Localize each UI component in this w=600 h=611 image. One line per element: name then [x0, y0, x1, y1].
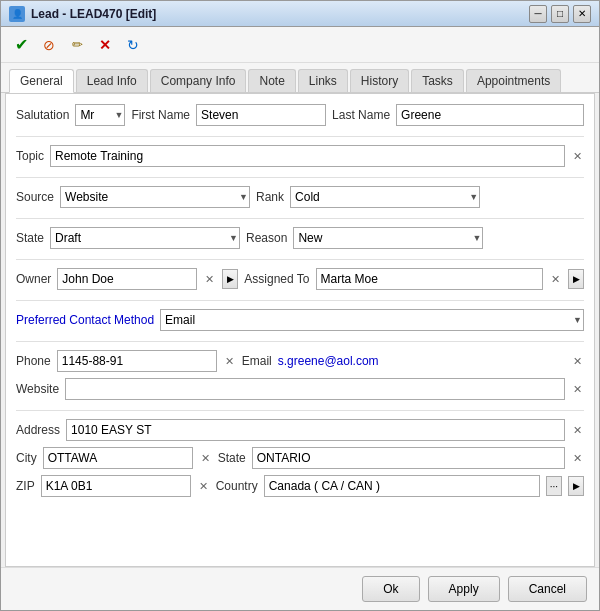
salutation-wrapper: Mr Ms Dr ▼	[75, 104, 125, 126]
country-nav-button[interactable]: ▶	[568, 476, 584, 496]
phone-row: Phone ✕ Email s.greene@aol.com ✕	[16, 350, 584, 372]
contact-method-wrapper: Email Phone ▼	[160, 309, 584, 331]
owner-label: Owner	[16, 272, 51, 286]
separator-1	[16, 136, 584, 137]
phone-input[interactable]	[57, 350, 217, 372]
reason-label: Reason	[246, 231, 287, 245]
zip-label: ZIP	[16, 479, 35, 493]
tab-links[interactable]: Links	[298, 69, 348, 92]
email-link[interactable]: s.greene@aol.com	[278, 354, 565, 368]
owner-input[interactable]	[57, 268, 197, 290]
salutation-label: Salutation	[16, 108, 69, 122]
rank-select[interactable]: Cold Hot Warm	[290, 186, 480, 208]
address-row: Address ✕	[16, 419, 584, 441]
salutation-select[interactable]: Mr Ms Dr	[75, 104, 125, 126]
state-wrapper: Draft Active ▼	[50, 227, 240, 249]
city-state-row: City ✕ State ✕	[16, 447, 584, 469]
city-label: City	[16, 451, 37, 465]
owner-section: Owner ✕ ▶ Assigned To ✕ ▶	[16, 268, 584, 290]
delete-button[interactable]: ✕	[93, 33, 117, 57]
contact-method-section: Preferred Contact Method Email Phone ▼	[16, 309, 584, 331]
title-bar-controls: ─ □ ✕	[529, 5, 591, 23]
address-input[interactable]	[66, 419, 565, 441]
name-section: Salutation Mr Ms Dr ▼ First Name Last Na…	[16, 104, 584, 126]
phone-email-section: Phone ✕ Email s.greene@aol.com ✕ Website…	[16, 350, 584, 400]
form-content: Salutation Mr Ms Dr ▼ First Name Last Na…	[5, 93, 595, 567]
separator-7	[16, 410, 584, 411]
state-addr-label: State	[218, 451, 246, 465]
zip-input[interactable]	[41, 475, 191, 497]
owner-row: Owner ✕ ▶ Assigned To ✕ ▶	[16, 268, 584, 290]
tab-general[interactable]: General	[9, 69, 74, 93]
topic-row: Topic ✕	[16, 145, 584, 167]
close-button[interactable]: ✕	[573, 5, 591, 23]
refresh-button[interactable]: ↻	[121, 33, 145, 57]
assigned-input[interactable]	[316, 268, 544, 290]
separator-6	[16, 341, 584, 342]
state-addr-input[interactable]	[252, 447, 565, 469]
contact-method-select[interactable]: Email Phone	[160, 309, 584, 331]
state-addr-clear-button[interactable]: ✕	[571, 452, 584, 465]
website-input[interactable]	[65, 378, 565, 400]
state-reason-section: State Draft Active ▼ Reason New ▼	[16, 227, 584, 249]
country-browse-button[interactable]: ···	[546, 476, 562, 496]
phone-label: Phone	[16, 354, 51, 368]
website-label: Website	[16, 382, 59, 396]
source-rank-section: Source Website ▼ Rank Cold Hot Warm ▼	[16, 186, 584, 208]
firstname-label: First Name	[131, 108, 190, 122]
title-bar-left: 👤 Lead - LEAD470 [Edit]	[9, 6, 156, 22]
zip-clear-button[interactable]: ✕	[197, 480, 210, 493]
topic-clear-button[interactable]: ✕	[571, 150, 584, 163]
tab-lead-info[interactable]: Lead Info	[76, 69, 148, 92]
separator-2	[16, 177, 584, 178]
country-label: Country	[216, 479, 258, 493]
owner-clear-button[interactable]: ✕	[203, 273, 216, 286]
topic-label: Topic	[16, 149, 44, 163]
rank-wrapper: Cold Hot Warm ▼	[290, 186, 480, 208]
firstname-input[interactable]	[196, 104, 326, 126]
phone-clear-button[interactable]: ✕	[223, 355, 236, 368]
address-clear-button[interactable]: ✕	[571, 424, 584, 437]
tab-appointments[interactable]: Appointments	[466, 69, 561, 92]
city-input[interactable]	[43, 447, 193, 469]
tab-history[interactable]: History	[350, 69, 409, 92]
topic-input[interactable]	[50, 145, 565, 167]
assigned-clear-button[interactable]: ✕	[549, 273, 562, 286]
cancel-toolbar-button[interactable]: ⊘	[37, 33, 61, 57]
zip-country-row: ZIP ✕ Country ··· ▶	[16, 475, 584, 497]
lastname-label: Last Name	[332, 108, 390, 122]
country-input[interactable]	[264, 475, 540, 497]
cancel-button[interactable]: Cancel	[508, 576, 587, 602]
footer: Ok Apply Cancel	[1, 567, 599, 610]
save-button[interactable]: ✔	[9, 33, 33, 57]
tab-tasks[interactable]: Tasks	[411, 69, 464, 92]
source-label: Source	[16, 190, 54, 204]
maximize-button[interactable]: □	[551, 5, 569, 23]
source-select[interactable]: Website	[60, 186, 250, 208]
edit-button[interactable]: ✏	[65, 33, 89, 57]
website-row: Website ✕	[16, 378, 584, 400]
email-label: Email	[242, 354, 272, 368]
source-wrapper: Website ▼	[60, 186, 250, 208]
tab-note[interactable]: Note	[248, 69, 295, 92]
email-clear-button[interactable]: ✕	[571, 355, 584, 368]
address-section: Address ✕ City ✕ State ✕ ZIP ✕ Country ·…	[16, 419, 584, 497]
source-rank-row: Source Website ▼ Rank Cold Hot Warm ▼	[16, 186, 584, 208]
rank-label: Rank	[256, 190, 284, 204]
website-clear-button[interactable]: ✕	[571, 383, 584, 396]
state-reason-row: State Draft Active ▼ Reason New ▼	[16, 227, 584, 249]
minimize-button[interactable]: ─	[529, 5, 547, 23]
state-select[interactable]: Draft Active	[50, 227, 240, 249]
toolbar: ✔ ⊘ ✏ ✕ ↻	[1, 27, 599, 63]
ok-button[interactable]: Ok	[362, 576, 419, 602]
assigned-nav-button[interactable]: ▶	[568, 269, 584, 289]
separator-4	[16, 259, 584, 260]
title-bar: 👤 Lead - LEAD470 [Edit] ─ □ ✕	[1, 1, 599, 27]
owner-nav-button[interactable]: ▶	[222, 269, 238, 289]
lastname-input[interactable]	[396, 104, 584, 126]
reason-select[interactable]: New	[293, 227, 483, 249]
city-clear-button[interactable]: ✕	[199, 452, 212, 465]
apply-button[interactable]: Apply	[428, 576, 500, 602]
tab-bar: General Lead Info Company Info Note Link…	[1, 63, 599, 93]
tab-company-info[interactable]: Company Info	[150, 69, 247, 92]
